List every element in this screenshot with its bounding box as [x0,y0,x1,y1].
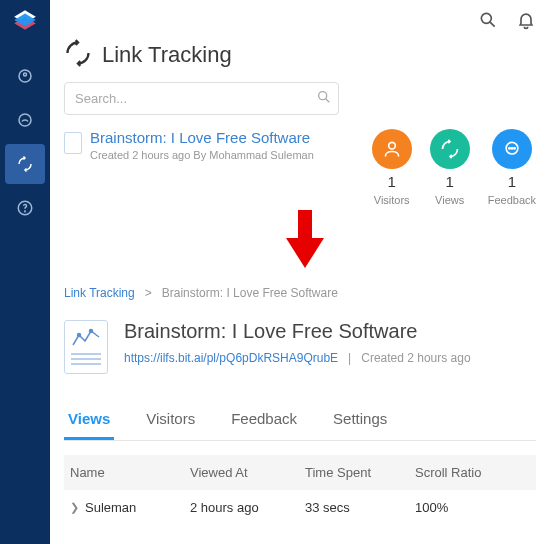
tabs: Views Visitors Feedback Settings [64,400,536,441]
tab-feedback[interactable]: Feedback [227,400,301,440]
svg-point-4 [24,73,27,76]
stat-views: 1 Views [430,129,470,206]
breadcrumb-sep: > [145,286,152,300]
detail-header: Brainstorm: I Love Free Software https:/… [64,320,536,374]
svg-point-19 [78,334,81,337]
col-viewed-at: Viewed At [190,465,305,480]
nav-activity[interactable] [5,100,45,140]
breadcrumb: Link Tracking > Brainstorm: I Love Free … [64,286,536,300]
document-stats: 1 Visitors 1 Views 1 Feedback [372,129,536,206]
svg-point-14 [509,148,510,149]
stat-visitors-num: 1 [388,173,396,190]
page-title-row: Link Tracking [64,39,536,70]
tab-visitors[interactable]: Visitors [142,400,199,440]
document-meta: Created 2 hours ago By Mohammad Suleman [90,149,360,161]
col-scroll-ratio: Scroll Ratio [415,465,530,480]
topbar [64,10,536,33]
main-content: Link Tracking Brainstorm: I Love Free So… [50,0,550,544]
feedback-icon [492,129,532,169]
svg-point-16 [514,148,515,149]
search-input[interactable] [64,82,339,115]
tab-views[interactable]: Views [64,400,114,440]
stat-visitors-label: Visitors [374,194,410,206]
nav-help[interactable] [5,188,45,228]
stat-feedback: 1 Feedback [488,129,536,206]
col-name: Name [70,465,190,480]
app-logo-icon [12,8,38,34]
sidebar [0,0,50,544]
svg-point-12 [388,142,395,149]
col-time-spent: Time Spent [305,465,415,480]
bell-icon[interactable] [516,10,536,33]
cell-name: Suleman [85,500,136,515]
svg-point-8 [481,13,491,23]
views-icon [430,129,470,169]
search-icon[interactable] [478,10,498,33]
svg-point-7 [25,211,26,212]
svg-point-20 [90,330,93,333]
page-title: Link Tracking [102,42,232,68]
stat-views-num: 1 [446,173,454,190]
cell-scroll-ratio: 100% [415,500,530,515]
detail-title: Brainstorm: I Love Free Software [124,320,471,343]
stat-views-label: Views [435,194,464,206]
visitors-icon [372,129,412,169]
detail-url[interactable]: https://ilfs.bit.ai/pl/pQ6pDkRSHA9QrubE [124,351,338,365]
table-header: Name Viewed At Time Spent Scroll Ratio [64,455,536,490]
stat-visitors: 1 Visitors [372,129,412,206]
document-large-icon [64,320,108,374]
document-title: Brainstorm: I Love Free Software [90,129,360,146]
svg-point-10 [319,92,327,100]
nav-link-tracking[interactable] [5,144,45,184]
document-list-item[interactable]: Brainstorm: I Love Free Software Created… [64,129,536,206]
chevron-right-icon: ❯ [70,501,79,514]
cell-time-spent: 33 secs [305,500,415,515]
breadcrumb-root[interactable]: Link Tracking [64,286,135,300]
cell-viewed-at: 2 hours ago [190,500,305,515]
detail-created: Created 2 hours ago [361,351,470,365]
search-wrap [64,82,536,115]
svg-line-11 [326,99,330,103]
svg-point-15 [511,148,512,149]
stat-feedback-num: 1 [508,173,516,190]
breadcrumb-current: Brainstorm: I Love Free Software [162,286,338,300]
tab-settings[interactable]: Settings [329,400,391,440]
search-input-icon [316,89,332,108]
document-icon [64,132,82,154]
stat-feedback-label: Feedback [488,194,536,206]
table-row[interactable]: ❯Suleman 2 hours ago 33 secs 100% [64,490,536,525]
views-table: Name Viewed At Time Spent Scroll Ratio ❯… [64,455,536,525]
annotation-arrow-icon [282,210,328,270]
nav-dashboard[interactable] [5,56,45,96]
svg-marker-18 [286,238,324,268]
svg-rect-17 [298,210,312,240]
svg-line-9 [490,22,495,27]
link-tracking-icon [64,39,92,70]
